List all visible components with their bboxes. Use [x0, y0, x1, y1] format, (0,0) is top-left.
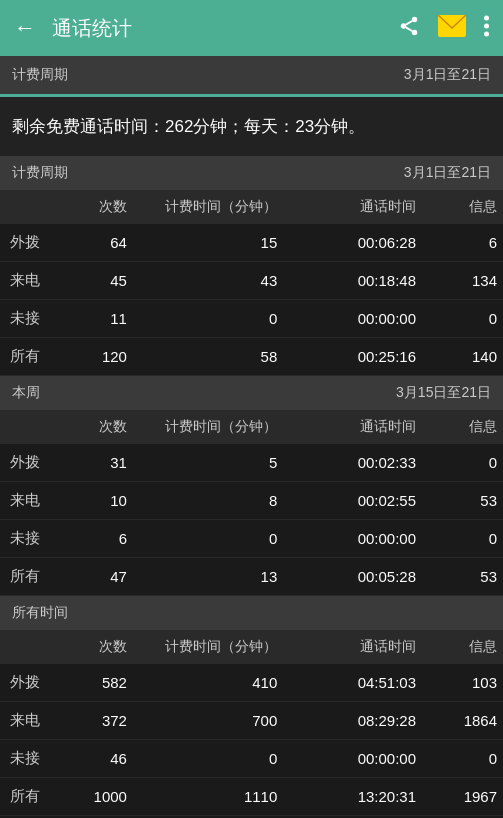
row-count: 31	[69, 444, 133, 482]
row-info: 0	[422, 300, 503, 338]
row-info: 0	[422, 520, 503, 558]
col-billing-label: 计费时间（分钟）	[133, 190, 283, 224]
row-billing-min: 5	[133, 444, 283, 482]
row-count: 45	[69, 262, 133, 300]
row-info: 0	[422, 740, 503, 778]
row-count: 582	[69, 664, 133, 702]
row-type: 来电	[0, 482, 69, 520]
row-billing-min: 8	[133, 482, 283, 520]
all-section-header: 所有时间	[0, 596, 503, 630]
col-type	[0, 190, 69, 224]
table-row: 未接 11 0 00:00:00 0	[0, 300, 503, 338]
table-row: 所有 47 13 00:05:28 53	[0, 558, 503, 596]
week-section-header: 本周 3月15日至21日	[0, 376, 503, 410]
row-count: 6	[69, 520, 133, 558]
col-duration-label-a: 通话时间	[283, 630, 422, 664]
row-type: 所有	[0, 558, 69, 596]
col-duration-label-w: 通话时间	[283, 410, 422, 444]
row-count: 1000	[69, 778, 133, 816]
row-info: 0	[422, 444, 503, 482]
week-table-header: 次数 计费时间（分钟） 通话时间 信息	[0, 410, 503, 444]
row-type: 所有	[0, 338, 69, 376]
row-billing-min: 58	[133, 338, 283, 376]
row-info: 103	[422, 664, 503, 702]
billing-section-label: 计费周期	[12, 164, 68, 182]
row-duration: 13:20:31	[283, 778, 422, 816]
row-duration: 00:05:28	[283, 558, 422, 596]
table-row: 外拨 582 410 04:51:03 103	[0, 664, 503, 702]
col-info-label-w: 信息	[422, 410, 503, 444]
row-info: 134	[422, 262, 503, 300]
row-type: 所有	[0, 778, 69, 816]
row-count: 372	[69, 702, 133, 740]
row-billing-min: 43	[133, 262, 283, 300]
back-button[interactable]: ←	[10, 11, 40, 45]
col-type-w	[0, 410, 69, 444]
table-row: 来电 10 8 00:02:55 53	[0, 482, 503, 520]
row-duration: 00:00:00	[283, 520, 422, 558]
week-stats-table: 次数 计费时间（分钟） 通话时间 信息 外拨 31 5 00:02:33 0 来…	[0, 410, 503, 596]
more-options-icon[interactable]	[480, 11, 493, 46]
row-count: 64	[69, 224, 133, 262]
row-billing-min: 13	[133, 558, 283, 596]
week-section-label: 本周	[12, 384, 40, 402]
row-billing-min: 15	[133, 224, 283, 262]
row-duration: 00:00:00	[283, 300, 422, 338]
table-row: 所有 120 58 00:25:16 140	[0, 338, 503, 376]
col-billing-label-a: 计费时间（分钟）	[133, 630, 283, 664]
col-billing-label-w: 计费时间（分钟）	[133, 410, 283, 444]
col-duration-label: 通话时间	[283, 190, 422, 224]
all-section-label: 所有时间	[12, 604, 68, 622]
col-type-a	[0, 630, 69, 664]
table-row: 未接 46 0 00:00:00 0	[0, 740, 503, 778]
row-type: 来电	[0, 702, 69, 740]
row-billing-min: 0	[133, 300, 283, 338]
row-count: 10	[69, 482, 133, 520]
free-time-section: 剩余免费通话时间：262分钟；每天：23分钟。	[0, 97, 503, 156]
svg-point-6	[484, 15, 489, 20]
col-count-label-a: 次数	[69, 630, 133, 664]
row-count: 46	[69, 740, 133, 778]
row-type: 外拨	[0, 664, 69, 702]
svg-line-3	[406, 27, 412, 31]
row-duration: 00:02:55	[283, 482, 422, 520]
svg-point-8	[484, 31, 489, 36]
row-count: 120	[69, 338, 133, 376]
billing-period-bar: 计费周期 3月1日至21日	[0, 56, 503, 94]
app-header: ← 通话统计	[0, 0, 503, 56]
row-type: 来电	[0, 262, 69, 300]
row-billing-min: 0	[133, 520, 283, 558]
envelope-icon[interactable]	[434, 11, 470, 46]
row-duration: 00:06:28	[283, 224, 422, 262]
row-billing-min: 700	[133, 702, 283, 740]
row-type: 外拨	[0, 444, 69, 482]
billing-stats-table: 次数 计费时间（分钟） 通话时间 信息 外拨 64 15 00:06:28 6 …	[0, 190, 503, 376]
table-row: 来电 372 700 08:29:28 1864	[0, 702, 503, 740]
row-duration: 00:18:48	[283, 262, 422, 300]
table-row: 未接 6 0 00:00:00 0	[0, 520, 503, 558]
col-count-label: 次数	[69, 190, 133, 224]
row-count: 47	[69, 558, 133, 596]
svg-point-7	[484, 23, 489, 28]
row-duration: 04:51:03	[283, 664, 422, 702]
row-info: 140	[422, 338, 503, 376]
svg-point-0	[412, 16, 418, 22]
row-type: 未接	[0, 520, 69, 558]
col-info-label: 信息	[422, 190, 503, 224]
col-count-label-w: 次数	[69, 410, 133, 444]
week-section-date: 3月15日至21日	[396, 384, 491, 402]
row-duration: 00:00:00	[283, 740, 422, 778]
row-type: 未接	[0, 740, 69, 778]
row-duration: 00:02:33	[283, 444, 422, 482]
share-icon[interactable]	[394, 11, 424, 46]
billing-section-date: 3月1日至21日	[404, 164, 491, 182]
free-time-text: 剩余免费通话时间：262分钟；每天：23分钟。	[12, 113, 491, 140]
svg-point-2	[412, 29, 418, 34]
row-info: 53	[422, 558, 503, 596]
all-table-header: 次数 计费时间（分钟） 通话时间 信息	[0, 630, 503, 664]
all-stats-table: 次数 计费时间（分钟） 通话时间 信息 外拨 582 410 04:51:03 …	[0, 630, 503, 816]
header-actions	[394, 11, 493, 46]
table-row: 所有 1000 1110 13:20:31 1967	[0, 778, 503, 816]
page-title: 通话统计	[52, 15, 382, 42]
row-billing-min: 1110	[133, 778, 283, 816]
